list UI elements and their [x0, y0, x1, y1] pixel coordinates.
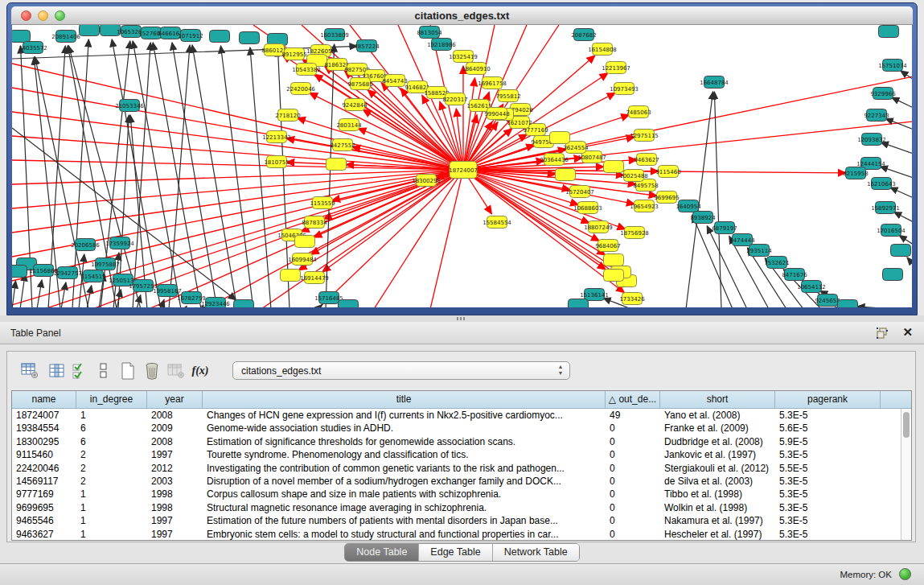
network-node[interactable]: 8813054: [417, 27, 442, 39]
network-node[interactable]: 8215958: [843, 167, 868, 179]
network-node[interactable]: 9115460: [655, 166, 680, 178]
network-node[interactable]: 9227343: [864, 109, 889, 122]
network-node[interactable]: 1153559: [310, 197, 335, 209]
network-node[interactable]: 7485063: [626, 106, 651, 118]
network-node[interactable]: 16154808: [588, 43, 617, 56]
network-node[interactable]: [326, 159, 347, 171]
network-node[interactable]: 14035572: [18, 42, 47, 54]
memory-status-indicator[interactable]: [899, 568, 911, 580]
network-node[interactable]: [891, 245, 911, 257]
table-row[interactable]: 1872400712008Changes of HCN gene express…: [12, 409, 901, 422]
network-node[interactable]: 2803144: [336, 119, 362, 131]
tab-edge-table[interactable]: Edge Table: [419, 544, 492, 561]
network-node[interactable]: 8454743: [382, 75, 407, 87]
network-node[interactable]: 17359924: [105, 237, 134, 249]
table-row[interactable]: 1938455462009Genome-wide association stu…: [12, 422, 901, 435]
network-node[interactable]: 9990448: [484, 108, 509, 120]
network-node-hub[interactable]: 18724007: [449, 162, 478, 179]
network-node[interactable]: [556, 169, 576, 181]
network-node[interactable]: 18640910: [462, 63, 491, 75]
network-node[interactable]: 10973493: [610, 83, 639, 95]
table-row[interactable]: 969969511998Structural magnetic resonanc…: [12, 501, 901, 514]
table-selector-dropdown[interactable]: citations_edges.txt ▲▼: [232, 361, 570, 380]
network-node[interactable]: 9463627: [634, 154, 659, 166]
network-node[interactable]: 19218986: [427, 39, 456, 51]
close-panel-icon[interactable]: ✕: [902, 325, 913, 340]
network-node[interactable]: [604, 254, 624, 266]
network-node[interactable]: 12942757: [53, 267, 82, 279]
network-node[interactable]: 15751074: [878, 60, 907, 72]
network-node[interactable]: 16914479: [300, 272, 329, 284]
network-node[interactable]: 10688603: [573, 202, 602, 214]
network-node[interactable]: 7857224: [354, 40, 380, 52]
column-header-short[interactable]: short: [660, 391, 775, 408]
network-node[interactable]: 8878334: [302, 216, 327, 229]
network-node[interactable]: [240, 32, 260, 44]
network-node[interactable]: 16961758: [478, 77, 507, 89]
network-node[interactable]: 10325419: [449, 51, 478, 63]
network-node[interactable]: [12, 266, 27, 278]
network-node[interactable]: 8471676: [782, 269, 807, 281]
network-node[interactable]: 12213343: [262, 131, 291, 143]
network-node[interactable]: 18807249: [584, 221, 613, 233]
network-node[interactable]: 20891406: [51, 31, 80, 43]
network-node[interactable]: 22420046: [286, 83, 315, 95]
create-table-icon[interactable]: [118, 361, 138, 381]
network-node[interactable]: 16210643: [867, 178, 896, 190]
show-columns-icon[interactable]: [47, 361, 67, 381]
table-row[interactable]: 911546021997Tourette syndrome. Phenomeno…: [12, 448, 901, 461]
network-node[interactable]: 8938924: [690, 212, 716, 224]
network-node[interactable]: 10543382: [292, 64, 321, 76]
table-row[interactable]: 946554611997Estimation of the future num…: [12, 514, 901, 527]
network-node[interactable]: [569, 299, 589, 308]
network-node[interactable]: [210, 31, 230, 43]
network-node[interactable]: 12213967: [602, 62, 630, 74]
network-node[interactable]: [80, 25, 100, 36]
network-node[interactable]: 8912955: [281, 48, 306, 60]
network-node[interactable]: 16648784: [700, 76, 729, 89]
network-node[interactable]: 12093832: [857, 134, 886, 146]
network-node[interactable]: 10654112: [797, 281, 826, 293]
network-node[interactable]: 1733426: [619, 293, 645, 305]
column-header-out_de[interactable]: △ out_de...: [606, 391, 660, 408]
network-node[interactable]: 1810755: [264, 156, 289, 168]
network-node[interactable]: 9242844: [342, 99, 368, 111]
table-row[interactable]: 946362711997Embryonic stem cells: a mode…: [12, 528, 901, 540]
network-node[interactable]: [339, 300, 359, 308]
network-node[interactable]: 2718120: [275, 109, 300, 122]
function-builder-icon[interactable]: f(x): [191, 361, 210, 381]
network-node[interactable]: 16033809: [320, 29, 349, 41]
network-node[interactable]: [12, 31, 31, 43]
network-node[interactable]: 9329966: [870, 88, 896, 100]
table-row[interactable]: 977716911998Corpus callosum shape and si…: [12, 488, 901, 501]
network-node[interactable]: 1640954: [676, 200, 701, 212]
delete-table-icon[interactable]: [142, 361, 162, 381]
network-node[interactable]: 7532621: [764, 257, 789, 269]
network-node[interactable]: 12975115: [630, 130, 659, 142]
network-node[interactable]: [838, 300, 858, 308]
network-node[interactable]: [234, 300, 254, 308]
network-node[interactable]: 19975887: [91, 258, 120, 270]
column-header-year[interactable]: year: [147, 391, 203, 408]
network-node[interactable]: 16099484: [288, 253, 317, 266]
tab-node-table[interactable]: Node Table: [345, 544, 419, 561]
network-node[interactable]: 8220317: [442, 93, 467, 105]
float-panel-icon[interactable]: [876, 327, 889, 340]
network-node[interactable]: [295, 236, 315, 248]
column-header-name[interactable]: name: [12, 391, 76, 408]
row-height-icon[interactable]: [94, 361, 113, 381]
table-row[interactable]: 1456911722003Disruption of a novel membe…: [12, 475, 901, 488]
network-node[interactable]: [604, 270, 624, 282]
network-node[interactable]: [281, 270, 301, 282]
network-node[interactable]: 15892971: [871, 202, 900, 214]
network-node[interactable]: 2087682: [571, 29, 596, 41]
table-settings-icon[interactable]: [20, 361, 39, 381]
network-canvas[interactable]: 1403557220891406106532871527602646616110…: [12, 25, 912, 307]
network-node[interactable]: 9245652: [815, 295, 840, 307]
select-rows-icon[interactable]: [70, 361, 89, 381]
network-node[interactable]: 1154519: [80, 270, 105, 282]
table-row[interactable]: 2242004622012Investigating the contribut…: [12, 462, 901, 475]
network-node[interactable]: 8427552: [330, 139, 355, 151]
network-node[interactable]: 7955812: [495, 90, 520, 102]
tab-network-table[interactable]: Network Table: [493, 544, 579, 561]
